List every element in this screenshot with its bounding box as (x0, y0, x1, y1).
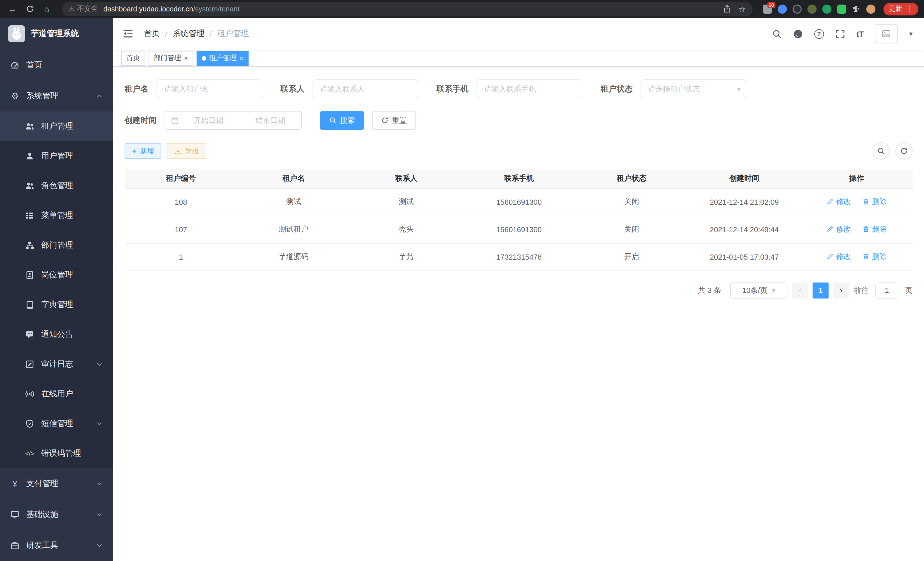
profile-avatar[interactable] (866, 4, 875, 14)
search-icon[interactable] (772, 29, 782, 39)
export-button[interactable]: 导出 (167, 143, 206, 159)
prev-page-button[interactable]: ‹ (792, 282, 808, 298)
toggle-search-button[interactable] (873, 142, 890, 159)
address-bar[interactable]: ⚠ 不安全 dashboard.yudao.iocoder.cn/system/… (62, 2, 753, 16)
cell-id: 108 (124, 188, 237, 216)
edit-label: 修改 (836, 224, 851, 235)
back-icon[interactable]: ← (6, 3, 20, 15)
sidebar-item-post[interactable]: 岗位管理 (0, 260, 113, 290)
field-label: 租户名 (124, 84, 148, 94)
avatar-caret-down-icon[interactable]: ▾ (909, 30, 913, 38)
security-chip[interactable]: ⚠ 不安全 (69, 4, 98, 14)
sidebar-item-dict[interactable]: 字典管理 (0, 290, 113, 320)
breadcrumb-system[interactable]: 系统管理 (172, 29, 205, 39)
sidebar-item-user[interactable]: 用户管理 (0, 141, 113, 171)
reset-button[interactable]: 重置 (372, 111, 416, 130)
tags-view-bar: 首页 部门管理 × 租户管理 × (113, 50, 924, 67)
goto-page-input[interactable] (875, 282, 898, 298)
tenant-icon (25, 122, 34, 131)
tab-dept[interactable]: 部门管理 × (148, 51, 193, 65)
contact-input[interactable] (313, 80, 418, 98)
bookmark-star-icon[interactable]: ☆ (739, 5, 746, 13)
tab-label: 租户管理 (209, 53, 237, 63)
browser-menu-icon[interactable]: ⋮ (906, 5, 913, 13)
sidebar-item-online-user[interactable]: 在线用户 (0, 379, 113, 409)
date-end-input[interactable]: 结束日期 (245, 115, 296, 126)
status-select[interactable]: ▾ (640, 80, 746, 98)
sidebar-item-payment[interactable]: ¥ 支付管理 (0, 468, 113, 499)
tab-label: 部门管理 (154, 53, 181, 63)
close-icon[interactable]: × (184, 55, 188, 62)
delete-icon (862, 253, 870, 260)
caret-down-icon: ▾ (772, 286, 776, 294)
extension-icon-3[interactable] (793, 4, 802, 14)
sidebar-item-label: 错误码管理 (41, 448, 81, 459)
phone-input[interactable] (477, 80, 582, 98)
search-button[interactable]: 搜索 (320, 111, 364, 130)
online-signal-icon (25, 390, 34, 399)
sidebar-item-role[interactable]: 角色管理 (0, 171, 113, 201)
hamburger-icon[interactable] (122, 29, 134, 39)
page-size-select[interactable]: 10条/页 ▾ (730, 282, 788, 298)
extension-icon-1[interactable]: 10 (763, 4, 772, 14)
font-size-icon[interactable]: tT (856, 29, 863, 39)
col-header-created: 创建时间 (688, 169, 801, 188)
sidebar-item-dev-tools[interactable]: 研发工具 (0, 530, 113, 561)
page-button-1[interactable]: 1 (813, 282, 829, 298)
sidebar-item-dept[interactable]: 部门管理 (0, 230, 113, 260)
delete-link[interactable]: 删除 (862, 224, 887, 235)
sidebar-item-label: 角色管理 (41, 181, 73, 191)
filter-status: 租户状态 ▾ (601, 80, 746, 98)
delete-link[interactable]: 删除 (862, 252, 887, 262)
add-button[interactable]: + 新增 (124, 143, 161, 159)
sidebar-item-home[interactable]: 首页 (0, 50, 113, 81)
extension-icon-4[interactable] (807, 4, 817, 14)
log-icon (25, 360, 34, 369)
extensions-puzzle-icon[interactable] (852, 5, 861, 13)
chevron-down-icon (96, 480, 103, 487)
sidebar-item-menu[interactable]: 菜单管理 (0, 201, 113, 230)
edit-link[interactable]: 修改 (826, 197, 851, 207)
github-icon[interactable] (793, 29, 803, 39)
fullscreen-icon[interactable] (836, 29, 845, 39)
extension-icon-5[interactable] (822, 4, 831, 14)
sidebar-item-label: 岗位管理 (41, 270, 73, 280)
refresh-table-button[interactable] (896, 142, 913, 159)
date-start-input[interactable]: 开始日期 (183, 115, 234, 126)
field-label: 创建时间 (124, 115, 157, 126)
sidebar-item-infra[interactable]: 基础设施 (0, 499, 113, 530)
broken-image-icon (882, 29, 891, 38)
app-logo[interactable]: 芋道管理系统 (0, 18, 113, 50)
sidebar-item-system[interactable]: ⚙ 系统管理 (0, 81, 113, 111)
chrome-update-button[interactable]: 更新 ⋮ (884, 3, 918, 15)
sidebar-item-sms[interactable]: 短信管理 (0, 409, 113, 439)
role-icon (25, 181, 34, 190)
cell-phone: 15601691300 (463, 188, 575, 216)
tenant-name-input[interactable] (157, 80, 262, 98)
edit-link[interactable]: 修改 (826, 224, 851, 235)
sidebar-item-notice[interactable]: 通知公告 (0, 320, 113, 349)
reload-icon[interactable] (23, 3, 37, 15)
delete-link[interactable]: 删除 (862, 197, 887, 207)
share-icon[interactable] (723, 5, 732, 13)
calendar-icon (171, 116, 179, 124)
close-icon[interactable]: × (239, 55, 243, 62)
tab-home[interactable]: 首页 (121, 51, 145, 65)
extension-icon-6[interactable] (837, 4, 846, 14)
sidebar-item-tenant[interactable]: 租户管理 (0, 111, 113, 141)
breadcrumb-home[interactable]: 首页 (144, 29, 160, 39)
help-icon[interactable]: ? (814, 29, 824, 39)
date-range-picker[interactable]: 开始日期 - 结束日期 (165, 111, 302, 130)
user-avatar[interactable] (875, 24, 898, 44)
cell-actions: 修改 删除 (801, 216, 913, 243)
status-select-input[interactable] (640, 80, 746, 98)
sidebar-item-audit-log[interactable]: 审计日志 (0, 349, 113, 379)
date-separator: - (238, 116, 241, 125)
sidebar-item-error-code[interactable]: </> 错误码管理 (0, 439, 113, 468)
tab-tenant[interactable]: 租户管理 × (196, 51, 249, 65)
extension-icon-2[interactable] (778, 4, 787, 14)
edit-link[interactable]: 修改 (826, 252, 851, 262)
next-page-button[interactable]: › (833, 282, 849, 298)
sidebar-item-label: 审计日志 (41, 359, 73, 369)
home-icon[interactable]: ⌂ (40, 3, 54, 15)
